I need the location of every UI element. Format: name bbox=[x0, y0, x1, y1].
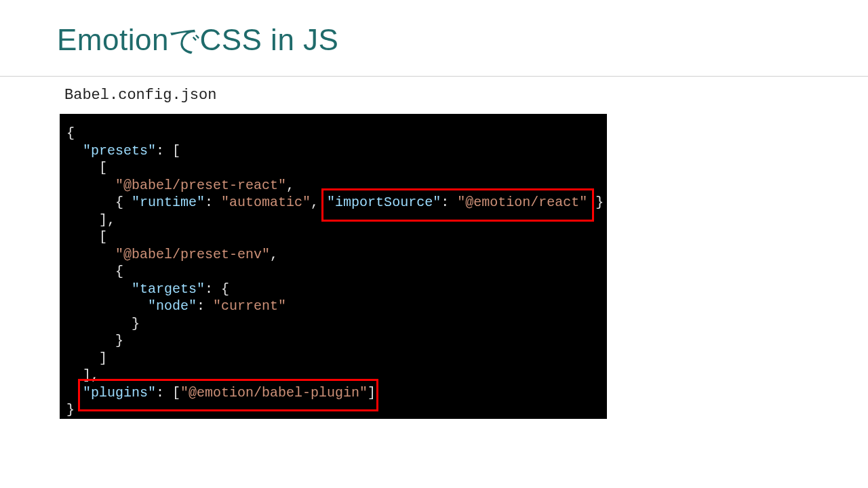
divider bbox=[0, 76, 868, 77]
filename-label: Babel.config.json bbox=[64, 87, 216, 104]
code-block-inner: { "presets": [ [ "@babel/preset-react", … bbox=[66, 125, 600, 408]
slide: EmotionでCSS in JS Babel.config.json { "p… bbox=[0, 0, 868, 488]
slide-title: EmotionでCSS in JS bbox=[57, 20, 338, 60]
code-block: { "presets": [ [ "@babel/preset-react", … bbox=[60, 114, 607, 419]
code-content: { "presets": [ [ "@babel/preset-react", … bbox=[66, 125, 600, 419]
